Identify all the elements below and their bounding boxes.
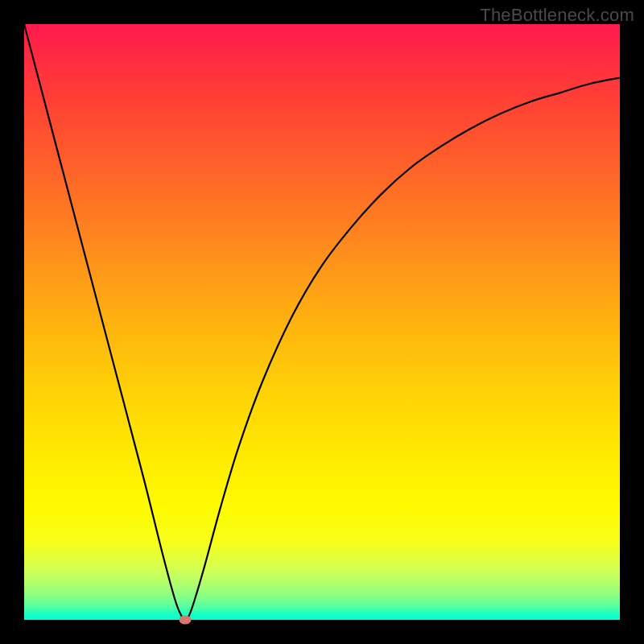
bottleneck-curve xyxy=(24,24,620,620)
chart-frame: TheBottleneck.com xyxy=(0,0,644,644)
minimum-marker xyxy=(179,616,191,625)
attribution-label: TheBottleneck.com xyxy=(480,5,634,26)
plot-area xyxy=(24,24,620,620)
